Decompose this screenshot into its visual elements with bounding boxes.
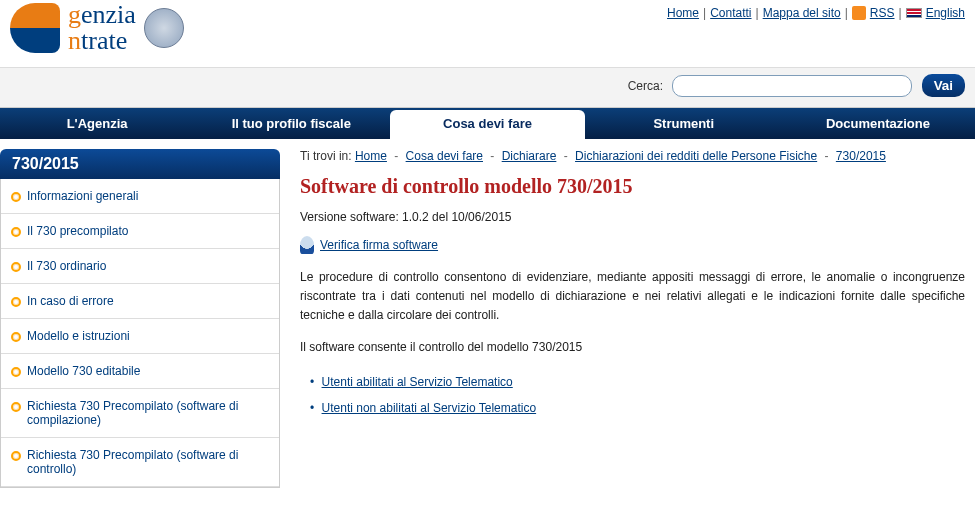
sidebar-item-label: Richiesta 730 Precompilato (software di … (27, 399, 269, 427)
breadcrumb: Ti trovi in: Home - Cosa devi fare - Dic… (300, 149, 965, 163)
tab-documentazione[interactable]: Documentazione (781, 108, 975, 139)
verify-row: Verifica firma software (300, 236, 965, 254)
content-area: 730/2015 Informazioni generali Il 730 pr… (0, 139, 975, 488)
description-paragraph-1: Le procedure di controllo consentono di … (300, 268, 965, 326)
link-rss[interactable]: RSS (870, 6, 895, 20)
bullet-icon (11, 297, 21, 307)
bullet-icon (11, 402, 21, 412)
search-input[interactable] (672, 75, 912, 97)
logo-part: g (68, 0, 81, 29)
sidebar-item-richiesta-controllo[interactable]: Richiesta 730 Precompilato (software di … (1, 438, 279, 487)
sidebar-item-richiesta-compilazione[interactable]: Richiesta 730 Precompilato (software di … (1, 389, 279, 438)
main-navigation: L'Agenzia Il tuo profilo fiscale Cosa de… (0, 108, 975, 139)
separator: - (394, 149, 398, 163)
header: genzia ntrate Home | Contatti | Mappa de… (0, 0, 975, 68)
separator: | (703, 6, 706, 20)
bullet-icon (11, 451, 21, 461)
sidebar-item-label: Richiesta 730 Precompilato (software di … (27, 448, 269, 476)
link-list: Utenti abilitati al Servizio Telematico … (310, 369, 965, 421)
main-content: Ti trovi in: Home - Cosa devi fare - Dic… (280, 149, 975, 488)
emblem-icon (144, 8, 184, 48)
version-text: Versione software: 1.0.2 del 10/06/2015 (300, 210, 965, 224)
breadcrumb-dichiarare[interactable]: Dichiarare (502, 149, 557, 163)
bullet-icon (11, 332, 21, 342)
sidebar: 730/2015 Informazioni generali Il 730 pr… (0, 149, 280, 488)
sidebar-item-label: Modello 730 editabile (27, 364, 140, 378)
bullet-icon (11, 192, 21, 202)
logo-area[interactable]: genzia ntrate (10, 0, 184, 54)
sidebar-list: Informazioni generali Il 730 precompilat… (0, 179, 280, 488)
sidebar-item-label: Il 730 precompilato (27, 224, 128, 238)
page-title: Software di controllo modello 730/2015 (300, 175, 965, 198)
sidebar-item-precompilato[interactable]: Il 730 precompilato (1, 214, 279, 249)
rss-icon (852, 6, 866, 20)
link-utenti-non-abilitati[interactable]: Utenti non abilitati al Servizio Telemat… (322, 401, 537, 415)
logo-part: enzia (81, 0, 136, 29)
bullet-icon (11, 262, 21, 272)
tab-agenzia[interactable]: L'Agenzia (0, 108, 194, 139)
tab-profilo[interactable]: Il tuo profilo fiscale (194, 108, 388, 139)
logo-part: trate (81, 26, 127, 55)
separator: - (564, 149, 568, 163)
sidebar-title: 730/2015 (0, 149, 280, 179)
bullet-icon (11, 367, 21, 377)
link-english[interactable]: English (926, 6, 965, 20)
breadcrumb-redditi[interactable]: Dichiarazioni dei redditi delle Persone … (575, 149, 817, 163)
logo-text: genzia ntrate (68, 2, 136, 54)
separator: - (825, 149, 829, 163)
ribbon-icon (300, 236, 314, 254)
link-utenti-abilitati[interactable]: Utenti abilitati al Servizio Telematico (322, 375, 513, 389)
sidebar-item-modello-editabile[interactable]: Modello 730 editabile (1, 354, 279, 389)
sidebar-item-info-generali[interactable]: Informazioni generali (1, 179, 279, 214)
search-row: Cerca: Vai (0, 68, 975, 108)
flag-uk-icon (906, 8, 922, 18)
separator: | (899, 6, 902, 20)
link-contatti[interactable]: Contatti (710, 6, 751, 20)
search-label: Cerca: (628, 79, 663, 93)
sidebar-item-label: In caso di errore (27, 294, 114, 308)
tab-cosa-devi-fare[interactable]: Cosa devi fare (390, 110, 584, 139)
separator: | (756, 6, 759, 20)
link-mappa[interactable]: Mappa del sito (763, 6, 841, 20)
sidebar-item-modello-istruzioni[interactable]: Modello e istruzioni (1, 319, 279, 354)
breadcrumb-prefix: Ti trovi in: (300, 149, 352, 163)
breadcrumb-home[interactable]: Home (355, 149, 387, 163)
list-item: Utenti non abilitati al Servizio Telemat… (310, 395, 965, 421)
link-verify-signature[interactable]: Verifica firma software (320, 238, 438, 252)
separator: - (490, 149, 494, 163)
sidebar-item-label: Modello e istruzioni (27, 329, 130, 343)
sidebar-item-ordinario[interactable]: Il 730 ordinario (1, 249, 279, 284)
breadcrumb-cosa[interactable]: Cosa devi fare (406, 149, 483, 163)
sidebar-item-label: Il 730 ordinario (27, 259, 106, 273)
logo-icon (10, 3, 60, 53)
bullet-icon (11, 227, 21, 237)
top-links: Home | Contatti | Mappa del sito | RSS |… (667, 0, 965, 20)
tab-strumenti[interactable]: Strumenti (587, 108, 781, 139)
breadcrumb-current[interactable]: 730/2015 (836, 149, 886, 163)
separator: | (845, 6, 848, 20)
link-home[interactable]: Home (667, 6, 699, 20)
search-button[interactable]: Vai (922, 74, 965, 97)
sidebar-item-label: Informazioni generali (27, 189, 138, 203)
list-item: Utenti abilitati al Servizio Telematico (310, 369, 965, 395)
description-paragraph-2: Il software consente il controllo del mo… (300, 338, 965, 357)
logo-part: n (68, 26, 81, 55)
sidebar-item-errore[interactable]: In caso di errore (1, 284, 279, 319)
